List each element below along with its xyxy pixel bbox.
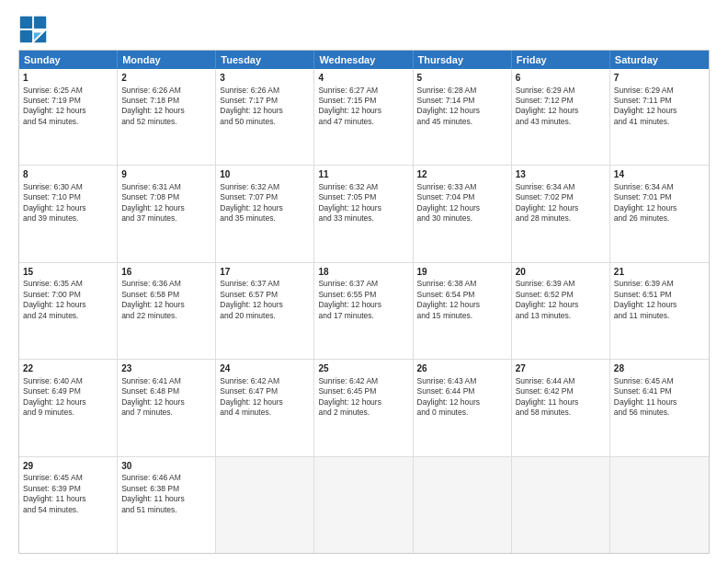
calendar-cell: 26Sunrise: 6:43 AMSunset: 6:44 PMDayligh… [414, 360, 512, 455]
day-info-line: Sunrise: 6:27 AM [318, 86, 408, 96]
day-info-line: Daylight: 12 hours [614, 300, 705, 310]
day-info-line: Sunrise: 6:39 AM [516, 279, 606, 289]
day-info-line: and 50 minutes. [220, 117, 310, 127]
day-info-line: Sunset: 6:49 PM [23, 386, 113, 396]
day-info-line: Daylight: 12 hours [417, 106, 507, 116]
day-info-line: Daylight: 12 hours [516, 203, 606, 213]
day-info-line: Sunrise: 6:45 AM [614, 376, 705, 386]
calendar-cell: 15Sunrise: 6:35 AMSunset: 7:00 PMDayligh… [19, 263, 118, 359]
day-number: 23 [121, 362, 211, 375]
day-info-line: and 9 minutes. [23, 408, 113, 418]
day-info-line: and 26 minutes. [614, 213, 705, 224]
calendar-cell: 24Sunrise: 6:42 AMSunset: 6:47 PMDayligh… [216, 360, 314, 455]
day-info-line: Daylight: 12 hours [220, 300, 310, 310]
day-info-line: Sunrise: 6:33 AM [417, 182, 507, 192]
day-info-line: Daylight: 12 hours [121, 106, 211, 116]
day-info-line: Daylight: 12 hours [121, 300, 211, 310]
day-info-line: Daylight: 12 hours [121, 397, 211, 408]
svg-rect-1 [34, 17, 46, 29]
day-info-line: Sunset: 6:44 PM [417, 386, 507, 396]
day-number: 2 [121, 72, 211, 85]
day-info-line: Sunrise: 6:32 AM [220, 182, 310, 192]
day-header-monday: Monday [118, 51, 216, 69]
day-info-line: and 54 minutes. [23, 505, 113, 515]
day-info-line: Daylight: 12 hours [318, 106, 408, 116]
day-info-line: Sunrise: 6:29 AM [614, 86, 705, 96]
calendar-cell: 19Sunrise: 6:38 AMSunset: 6:54 PMDayligh… [414, 263, 512, 359]
day-number: 4 [318, 72, 408, 85]
day-info-line: Daylight: 12 hours [318, 203, 408, 213]
day-info-line: Sunset: 7:14 PM [417, 96, 507, 106]
day-info-line: and 22 minutes. [121, 311, 211, 321]
day-info-line: Sunrise: 6:42 AM [220, 376, 310, 386]
calendar-week-1: 1Sunrise: 6:25 AMSunset: 7:19 PMDaylight… [19, 69, 709, 166]
calendar-cell: 22Sunrise: 6:40 AMSunset: 6:49 PMDayligh… [19, 360, 118, 455]
day-info-line: Sunrise: 6:36 AM [121, 279, 211, 289]
day-info-line: Sunrise: 6:41 AM [121, 376, 211, 386]
day-info-line: Sunrise: 6:38 AM [417, 279, 507, 289]
day-info-line: Sunset: 7:04 PM [417, 192, 507, 202]
day-info-line: and 13 minutes. [516, 311, 606, 321]
calendar-cell: 21Sunrise: 6:39 AMSunset: 6:51 PMDayligh… [610, 263, 709, 359]
calendar-week-3: 15Sunrise: 6:35 AMSunset: 7:00 PMDayligh… [19, 263, 709, 360]
day-info-line: Sunrise: 6:42 AM [318, 376, 408, 386]
day-number: 24 [220, 362, 310, 375]
day-info-line: Sunset: 6:45 PM [318, 386, 408, 396]
day-info-line: Daylight: 12 hours [220, 203, 310, 213]
day-number: 16 [121, 266, 211, 279]
day-info-line: Sunset: 6:52 PM [516, 290, 606, 300]
day-header-wednesday: Wednesday [314, 51, 413, 69]
day-info-line: Sunrise: 6:44 AM [516, 376, 606, 386]
day-number: 29 [23, 460, 113, 473]
day-number: 10 [220, 168, 310, 181]
day-info-line: Sunset: 6:58 PM [121, 290, 211, 300]
svg-rect-2 [20, 30, 32, 42]
day-info-line: Sunset: 6:47 PM [220, 386, 310, 396]
day-number: 18 [318, 266, 408, 279]
day-info-line: Daylight: 12 hours [220, 106, 310, 116]
day-info-line: Sunset: 7:10 PM [23, 192, 113, 202]
calendar-header: SundayMondayTuesdayWednesdayThursdayFrid… [19, 51, 709, 69]
day-info-line: Sunrise: 6:43 AM [417, 376, 507, 386]
calendar-cell: 3Sunrise: 6:26 AMSunset: 7:17 PMDaylight… [216, 69, 314, 165]
day-info-line: Sunrise: 6:28 AM [417, 86, 507, 96]
day-number: 12 [417, 168, 507, 181]
day-info-line: and 39 minutes. [23, 213, 113, 224]
day-header-tuesday: Tuesday [216, 51, 314, 69]
day-info-line: Daylight: 12 hours [417, 300, 507, 310]
day-info-line: Daylight: 11 hours [121, 494, 211, 504]
calendar-cell: 4Sunrise: 6:27 AMSunset: 7:15 PMDaylight… [314, 69, 413, 165]
day-number: 30 [121, 460, 211, 473]
day-number: 1 [23, 72, 113, 85]
day-number: 8 [23, 168, 113, 181]
day-info-line: and 56 minutes. [614, 408, 705, 418]
day-number: 20 [516, 266, 606, 279]
day-info-line: Sunset: 7:15 PM [318, 96, 408, 106]
day-info-line: Sunset: 7:19 PM [23, 96, 113, 106]
day-info-line: Sunset: 6:51 PM [614, 290, 705, 300]
calendar-cell: 30Sunrise: 6:46 AMSunset: 6:38 PMDayligh… [118, 457, 216, 553]
day-info-line: and 30 minutes. [417, 213, 507, 224]
calendar-cell: 8Sunrise: 6:30 AMSunset: 7:10 PMDaylight… [19, 166, 118, 261]
day-info-line: Daylight: 12 hours [23, 203, 113, 213]
calendar-cell [414, 457, 512, 553]
day-info-line: Sunrise: 6:32 AM [318, 182, 408, 192]
day-info-line: Sunset: 7:17 PM [220, 96, 310, 106]
day-info-line: Sunset: 6:55 PM [318, 290, 408, 300]
day-info-line: Daylight: 12 hours [23, 300, 113, 310]
calendar-cell: 20Sunrise: 6:39 AMSunset: 6:52 PMDayligh… [512, 263, 610, 359]
calendar-cell [314, 457, 413, 553]
day-info-line: Sunset: 7:01 PM [614, 192, 705, 202]
calendar-cell: 17Sunrise: 6:37 AMSunset: 6:57 PMDayligh… [216, 263, 314, 359]
day-info-line: and 43 minutes. [516, 117, 606, 127]
day-number: 27 [516, 362, 606, 375]
day-info-line: Sunrise: 6:26 AM [121, 86, 211, 96]
calendar-body: 1Sunrise: 6:25 AMSunset: 7:19 PMDaylight… [19, 69, 709, 553]
calendar-cell: 14Sunrise: 6:34 AMSunset: 7:01 PMDayligh… [610, 166, 709, 261]
day-info-line: Sunset: 7:07 PM [220, 192, 310, 202]
day-info-line: and 0 minutes. [417, 408, 507, 418]
logo-icon [18, 15, 48, 44]
day-info-line: Daylight: 12 hours [614, 106, 705, 116]
calendar-cell: 16Sunrise: 6:36 AMSunset: 6:58 PMDayligh… [118, 263, 216, 359]
day-info-line: Sunset: 7:08 PM [121, 192, 211, 202]
